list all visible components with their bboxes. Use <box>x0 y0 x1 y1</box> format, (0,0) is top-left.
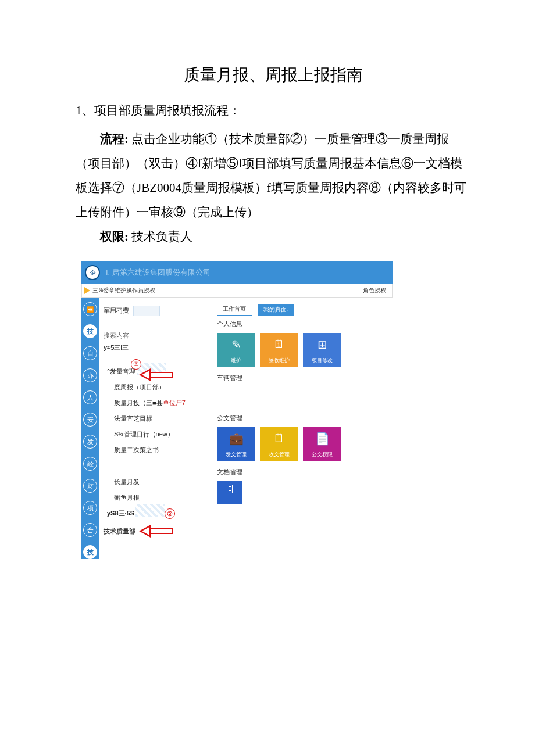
tab-home[interactable]: 工作首页 <box>217 303 252 316</box>
rewind-icon[interactable]: ⏪ <box>83 302 97 316</box>
menu-weekly-report[interactable]: 度周报（项目部） <box>104 379 205 395</box>
tile-password-label: 项目修改 <box>312 357 333 364</box>
tile-doc-perm-label: 公文权限 <box>312 451 333 458</box>
fee-input[interactable] <box>133 306 160 316</box>
tile-archive[interactable]: 🗄 <box>217 481 242 504</box>
search-label: 搜索内容 <box>104 331 205 340</box>
org-name: I. 肃第六建设集团股份有限公司 <box>104 268 389 277</box>
menu-monthly-report[interactable]: 质量月投（三■县单位尸7 <box>104 395 205 411</box>
badge-3: ③ <box>131 359 141 370</box>
left-panel: 军用刁费 搜索内容 y≈5三i三 ^发量音理 ③ <box>99 298 209 559</box>
rail-jing-button[interactable]: 经 <box>83 457 97 471</box>
section-doc: 公文管理 <box>217 414 388 422</box>
page-icon: 📄 <box>303 432 341 446</box>
badge-2: ② <box>165 508 175 519</box>
company-logo-icon: 企 <box>85 265 100 280</box>
menu-dept-tech[interactable]: 技术质量部 <box>104 525 205 538</box>
tile-maintain-label: 维护 <box>231 357 241 364</box>
process-text: 点击企业功能①（技术质量部②）一质量管理③一质量周报（项目部）（双击）④f新增⑤… <box>76 132 466 219</box>
menu-long-month[interactable]: 长量月发 <box>104 474 205 490</box>
rail-he-button[interactable]: 合 <box>83 523 97 537</box>
rail-cai-button[interactable]: 财 <box>83 479 97 493</box>
tile-recv-doc[interactable]: 🗒 收文管理 <box>260 427 298 461</box>
permission-paragraph: 权限: 技术负责人 <box>76 224 471 249</box>
toolbar-role-item[interactable]: 角色授权 <box>363 286 386 295</box>
search-sub: y≈5三i三 <box>104 343 205 352</box>
calendar-icon: 🗓 <box>260 338 298 351</box>
edit-icon: ✎ <box>217 338 255 352</box>
rail-ban-button[interactable]: 办 <box>83 368 97 382</box>
tile-maintain[interactable]: ✎ 维护 <box>217 333 255 367</box>
menu-fish-month[interactable]: 弼鱼月根 <box>104 490 205 506</box>
menu-monthly-report-red: 单位尸7 <box>163 399 186 406</box>
section-1-heading: 1、项目部质量周报填报流程： <box>76 102 471 119</box>
tile-recv-doc-label: 收文管理 <box>269 451 290 458</box>
menu-monthly-report-label: 质量月投（三■县 <box>114 399 163 406</box>
permission-label: 权限: <box>100 230 129 243</box>
tile-sign-maintain[interactable]: 🗓 签收维护 <box>260 333 298 367</box>
menu-second-doc[interactable]: 质量二次策之书 <box>104 442 205 458</box>
menu-quality-mgmt-label: ^发量音理 <box>107 367 135 376</box>
wallet-icon: 💼 <box>217 432 255 446</box>
tile-send-doc-label: 发文管理 <box>226 451 247 458</box>
section-vehicle: 车辆管理 <box>217 374 388 382</box>
menu-target[interactable]: 法量宜芝目标 <box>104 411 205 427</box>
tiles-personal: ✎ 维护 🗓 签收维护 ⊞ 项目修改 <box>217 333 388 367</box>
right-panel: 工作首页 我的真面. 个人信息 ✎ 维护 🗓 签收维护 ⊞ 项目修改 <box>209 298 393 559</box>
grid-icon: ⊞ <box>303 338 341 352</box>
tile-send-doc[interactable]: 💼 发文管理 <box>217 427 255 461</box>
tile-password[interactable]: ⊞ 项目修改 <box>303 333 341 367</box>
rail-fa-button[interactable]: 发 <box>83 435 97 449</box>
menu-ys8-label: yS8三·5S <box>107 510 134 517</box>
rail-xiang-button[interactable]: 项 <box>83 501 97 515</box>
app-toolbar: 三⅞委章维护操作员授权 角色授权 <box>81 284 393 298</box>
app-screenshot: 企 I. 肃第六建设集团股份有限公司 三⅞委章维护操作员授权 角色授权 ⏪ 技 … <box>81 261 393 559</box>
rail-tech-button[interactable]: 技 <box>83 324 97 338</box>
menu-quality-mgmt[interactable]: ^发量音理 ③ <box>104 364 205 379</box>
toolbar-auth-item[interactable]: 三⅞委章维护操作员授权 <box>92 286 155 295</box>
process-label: 流程: <box>100 132 129 146</box>
archive-icon: 🗄 <box>217 485 242 495</box>
tile-doc-perm[interactable]: 📄 公文权限 <box>303 427 341 461</box>
section-archive: 文档省理 <box>217 468 388 476</box>
fee-label: 军用刁费 <box>104 307 129 314</box>
menu-group-2: 长量月发 弼鱼月根 yS8三·5S ② 技术质量部 <box>104 474 205 538</box>
menu-ys8[interactable]: yS8三·5S ② <box>104 506 205 521</box>
permission-text: 技术负责人 <box>129 230 192 243</box>
section-personal: 个人信息 <box>217 320 388 328</box>
tile-sign-maintain-label: 签收维护 <box>269 357 290 364</box>
tab-bar: 工作首页 我的真面. <box>217 303 388 316</box>
app-header: 企 I. 肃第六建设集团股份有限公司 <box>81 261 393 284</box>
process-paragraph: 流程: 点击企业功能①（技术质量部②）一质量管理③一质量周报（项目部）（双击）④… <box>76 127 471 224</box>
menu-dept-label: 技术质量部 <box>104 527 135 536</box>
rail-ren-button[interactable]: 人 <box>83 390 97 404</box>
inbox-icon: 🗒 <box>260 432 298 445</box>
rail-zi-button[interactable]: 自 <box>83 346 97 360</box>
tab-my-desktop[interactable]: 我的真面. <box>258 304 294 316</box>
menu-self-run[interactable]: S¼菅理目行（new） <box>104 427 205 442</box>
doc-title: 质量月报、周报上报指南 <box>76 64 471 86</box>
menu-group-quality: ^发量音理 ③ 度周报（项目部） 质量月投（三■县单位尸7 法 <box>104 364 205 458</box>
rail-an-button[interactable]: 安 <box>83 413 97 427</box>
tiles-archive: 🗄 <box>217 481 388 504</box>
rail-tech2-button[interactable]: 技 <box>83 545 97 559</box>
play-icon[interactable] <box>84 287 90 294</box>
side-rail: ⏪ 技 自 办 人 安 发 经 财 项 合 技 <box>81 298 99 559</box>
tiles-doc: 💼 发文管理 🗒 收文管理 📄 公文权限 <box>217 427 388 461</box>
arrow-2-icon <box>139 525 174 538</box>
